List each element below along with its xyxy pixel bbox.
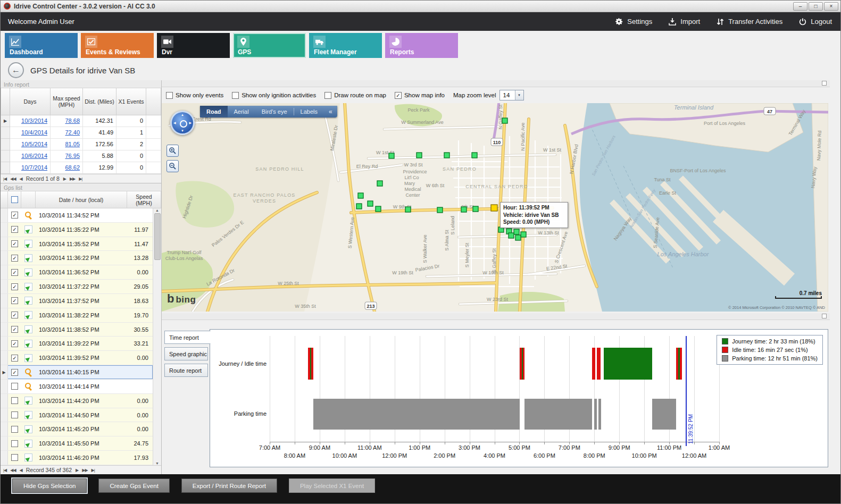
gps-marker[interactable] [472,153,477,158]
prev-record-button[interactable]: ◀ [20,468,22,473]
row-checkbox[interactable]: ✓ [11,369,18,376]
row-checkbox[interactable] [11,383,18,390]
gps-row[interactable]: ✓10/3/2014 11:37:52 PM18.63 [1,294,153,308]
show-only-ignition-checkbox[interactable]: Show only ignition activities [232,92,316,99]
row-checkbox[interactable]: ✓ [11,240,18,247]
max-speed-link[interactable]: 81.05 [65,141,80,147]
gps-marker[interactable] [417,153,422,158]
gps-row[interactable]: 10/3/2014 11:46:20 PM17.93 [1,451,153,465]
row-checkbox[interactable]: ✓ [11,326,18,333]
gps-marker[interactable] [356,204,362,209]
gps-marker[interactable] [521,232,526,237]
gps-marker[interactable] [368,201,373,206]
gps-row[interactable]: 10/3/2014 11:45:20 PM0.00 [1,422,153,436]
info-report-row[interactable]: 10/5/201481.05172.562 [1,138,161,150]
pan-south-icon[interactable] [181,129,184,132]
tab-fleet-manager[interactable]: Fleet Manager [309,33,382,58]
import-button[interactable]: Import [668,18,700,26]
map-type-road[interactable]: Road [200,106,228,117]
row-checkbox[interactable] [11,411,18,418]
row-checkbox[interactable]: ✓ [11,269,18,276]
day-link[interactable]: 10/5/2014 [21,141,47,147]
zoom-out-button[interactable] [166,160,179,172]
day-link[interactable]: 10/6/2014 [21,153,47,159]
gps-row[interactable]: 10/3/2014 11:45:50 PM24.75 [1,436,153,451]
day-link[interactable]: 10/7/2014 [21,164,47,171]
gps-row[interactable]: ✓10/3/2014 11:35:22 PM11.97 [1,223,153,237]
gps-marker[interactable] [377,181,382,186]
gps-marker[interactable] [509,233,514,238]
max-speed-link[interactable]: 68.62 [65,164,80,171]
tab-time-report[interactable]: Time report [164,331,211,344]
gps-row[interactable]: 10/3/2014 11:44:14 PM [1,380,153,394]
last-record-button[interactable]: ▶| [79,177,82,181]
row-checkbox[interactable] [11,426,18,433]
gps-marker[interactable] [461,207,467,212]
row-checkbox[interactable]: ✓ [11,340,18,347]
tab-speed-graphic[interactable]: Speed graphic [164,347,208,360]
map-type-birds-eye[interactable]: Bird's eye [255,106,294,117]
gps-marker[interactable] [389,153,394,158]
day-link[interactable]: 10/4/2014 [21,129,47,136]
scroll-up-icon[interactable]: ▲ [155,208,159,212]
row-checkbox[interactable]: ✓ [11,226,18,233]
map-type-aerial[interactable]: Aerial [228,106,255,117]
map-labels-toggle[interactable]: Labels [294,106,324,117]
row-checkbox[interactable]: ✓ [11,212,18,219]
row-checkbox[interactable] [11,454,18,461]
scroll-down-icon[interactable]: ▼ [155,461,159,465]
map-bar-collapse-button[interactable]: « [324,106,337,117]
row-checkbox[interactable]: ✓ [11,283,18,290]
row-checkbox[interactable]: ✓ [11,355,18,362]
gps-marker[interactable] [376,206,381,212]
gps-marker[interactable] [473,206,478,212]
max-speed-link[interactable]: 76.95 [65,153,80,159]
col-days[interactable]: Days [10,88,51,115]
info-report-row[interactable]: 10/4/201472.4041.491 [1,127,161,138]
gps-marker[interactable] [444,153,449,158]
max-speed-link[interactable]: 72.40 [65,129,80,136]
zoom-level-dropdown[interactable]: 14 ▼ [499,90,524,100]
next-page-button[interactable]: ▶▶ [82,468,87,473]
row-checkbox[interactable] [11,440,18,447]
show-map-info-checkbox[interactable]: ✓Show map info [395,92,445,99]
gps-row[interactable]: 10/3/2014 11:44:20 PM0.00 [1,394,153,408]
col-x1-events[interactable]: X1 Events [116,88,146,115]
pan-west-icon[interactable] [173,121,176,124]
gps-row[interactable]: ✓10/3/2014 11:37:22 PM29.05 [1,280,153,294]
logout-button[interactable]: Logout [798,18,832,26]
max-speed-link[interactable]: 78.68 [65,117,80,124]
next-record-button[interactable]: ▶ [63,177,66,181]
zoom-in-button[interactable] [166,145,179,157]
tab-events-reviews[interactable]: Events & Reviews [81,33,154,58]
gps-marker[interactable] [514,229,519,234]
create-gps-event-button[interactable]: Create Gps Event [98,478,169,493]
show-only-events-checkbox[interactable]: Show only events [166,92,223,99]
tab-dashboard[interactable]: Dashboard [5,33,78,58]
next-page-button[interactable]: ▶▶ [70,177,75,181]
pan-east-icon[interactable] [189,121,191,124]
close-button[interactable]: × [824,2,838,11]
info-report-row[interactable]: 10/7/201468.6212.990 [1,162,161,173]
tab-dvr[interactable]: Dvr [157,33,230,58]
collapse-panel-icon[interactable] [822,314,827,318]
row-checkbox[interactable] [11,397,18,404]
tab-route-report[interactable]: Route report [164,364,208,377]
gps-row[interactable]: ▶✓10/3/2014 11:40:15 PM [1,365,153,380]
col-datetime[interactable]: Date / hour (local) [36,191,127,208]
next-record-button[interactable]: ▶ [76,468,78,473]
first-record-button[interactable]: |◀ [3,177,6,181]
gps-marker[interactable] [405,207,411,212]
transfer-activities-button[interactable]: Transfer Activities [716,18,782,26]
prev-page-button[interactable]: ◀◀ [10,177,15,181]
play-selected-x1-event-button[interactable]: Play Selected X1 Event [289,478,375,493]
first-record-button[interactable]: |◀ [3,468,6,473]
collapse-panel-icon[interactable] [822,81,827,86]
settings-button[interactable]: Settings [614,17,652,26]
selected-gps-marker[interactable] [491,205,497,211]
row-checkbox[interactable]: ✓ [11,312,18,318]
gps-marker[interactable] [502,118,507,123]
export-print-route-report-button[interactable]: Export / Print Route Report [181,478,277,493]
scrollbar-thumb[interactable] [154,213,161,260]
gps-list-scrollbar[interactable]: ▲ ▼ [153,208,161,465]
